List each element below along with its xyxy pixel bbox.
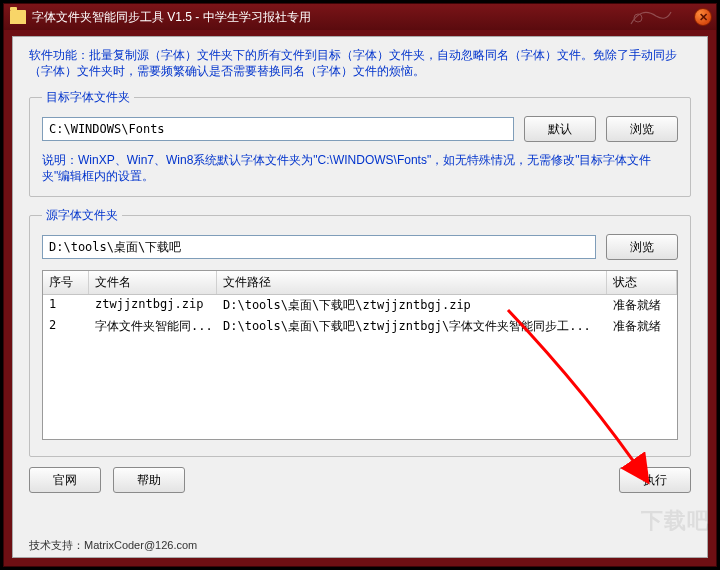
default-button[interactable]: 默认 <box>524 116 596 142</box>
file-list[interactable]: 序号 文件名 文件路径 状态 1 ztwjjzntbgj.zip D:\tool… <box>42 270 678 440</box>
window-title: 字体文件夹智能同步工具 V1.5 - 中学生学习报社专用 <box>32 9 311 26</box>
bottom-button-row: 官网 帮助 执行 <box>29 467 691 493</box>
app-window: 字体文件夹智能同步工具 V1.5 - 中学生学习报社专用 ✕ 软件功能：批量复制… <box>3 3 717 567</box>
table-row[interactable]: 1 ztwjjzntbgj.zip D:\tools\桌面\下载吧\ztwjjz… <box>43 295 677 316</box>
col-header-name[interactable]: 文件名 <box>89 271 217 294</box>
description-text: 软件功能：批量复制源（字体）文件夹下的所有文件到目标（字体）文件夹，自动忽略同名… <box>29 47 691 79</box>
target-note-text: 说明：WinXP、Win7、Win8系统默认字体文件夹为"C:\WINDOWS\… <box>42 152 678 184</box>
source-browse-button[interactable]: 浏览 <box>606 234 678 260</box>
folder-icon <box>10 10 26 24</box>
list-body: 1 ztwjjzntbgj.zip D:\tools\桌面\下载吧\ztwjjz… <box>43 295 677 337</box>
titlebar-decoration <box>626 4 676 30</box>
client-area: 软件功能：批量复制源（字体）文件夹下的所有文件到目标（字体）文件夹，自动忽略同名… <box>12 36 708 558</box>
source-folder-group: 源字体文件夹 浏览 序号 文件名 文件路径 状态 1 ztwjjzntbgj.z… <box>29 207 691 457</box>
target-path-input[interactable] <box>42 117 514 141</box>
list-header: 序号 文件名 文件路径 状态 <box>43 271 677 295</box>
execute-button[interactable]: 执行 <box>619 467 691 493</box>
source-group-legend: 源字体文件夹 <box>42 207 122 224</box>
table-row[interactable]: 2 字体文件夹智能同... D:\tools\桌面\下载吧\ztwjjzntbg… <box>43 316 677 337</box>
titlebar: 字体文件夹智能同步工具 V1.5 - 中学生学习报社专用 ✕ <box>4 4 716 30</box>
source-path-input[interactable] <box>42 235 596 259</box>
footer-text: 技术支持：MatrixCoder@126.com <box>29 538 197 553</box>
target-browse-button[interactable]: 浏览 <box>606 116 678 142</box>
help-button[interactable]: 帮助 <box>113 467 185 493</box>
target-folder-group: 目标字体文件夹 默认 浏览 说明：WinXP、Win7、Win8系统默认字体文件… <box>29 89 691 197</box>
target-group-legend: 目标字体文件夹 <box>42 89 134 106</box>
close-button[interactable]: ✕ <box>694 8 712 26</box>
col-header-path[interactable]: 文件路径 <box>217 271 607 294</box>
col-header-status[interactable]: 状态 <box>607 271 677 294</box>
col-header-index[interactable]: 序号 <box>43 271 89 294</box>
website-button[interactable]: 官网 <box>29 467 101 493</box>
